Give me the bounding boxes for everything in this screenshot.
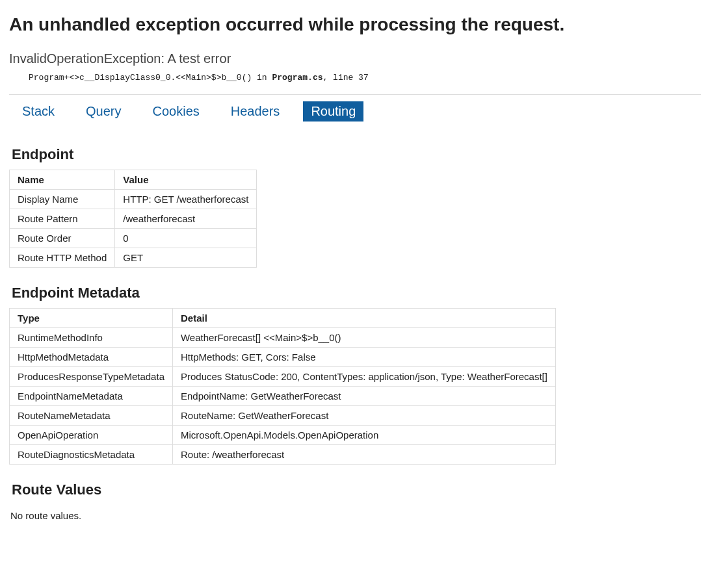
metadata-type: ProducesResponseTypeMetadata xyxy=(10,367,173,387)
metadata-type: RouteNameMetadata xyxy=(10,406,173,426)
table-row: Display Name HTTP: GET /weatherforecast xyxy=(10,190,257,209)
table-row: HttpMethodMetadata HttpMethods: GET, Cor… xyxy=(10,348,556,367)
metadata-detail: Microsoft.OpenApi.Models.OpenApiOperatio… xyxy=(172,426,555,445)
route-values-heading: Route Values xyxy=(12,481,701,498)
table-row: OpenApiOperation Microsoft.OpenApi.Model… xyxy=(10,426,556,445)
tab-headers[interactable]: Headers xyxy=(223,101,288,121)
endpoint-header-value: Value xyxy=(115,170,257,190)
metadata-detail: RouteName: GetWeatherForecast xyxy=(172,406,555,426)
endpoint-name: Route HTTP Method xyxy=(10,248,115,268)
endpoint-value: /weatherforecast xyxy=(115,209,257,229)
stack-frame-file: Program.cs xyxy=(272,73,322,83)
tabs: Stack Query Cookies Headers Routing xyxy=(9,95,701,129)
endpoint-header-name: Name xyxy=(10,170,115,190)
metadata-heading: Endpoint Metadata xyxy=(12,285,701,301)
tab-query[interactable]: Query xyxy=(78,101,129,121)
endpoint-value: HTTP: GET /weatherforecast xyxy=(115,190,257,209)
metadata-type: RouteDiagnosticsMetadata xyxy=(10,445,173,465)
table-row: RuntimeMethodInfo WeatherForecast[] <<Ma… xyxy=(10,328,556,348)
metadata-type: OpenApiOperation xyxy=(10,426,173,445)
metadata-detail: EndpointName: GetWeatherForecast xyxy=(172,387,555,406)
table-row: RouteNameMetadata RouteName: GetWeatherF… xyxy=(10,406,556,426)
metadata-detail: WeatherForecast[] <<Main>$>b__0() xyxy=(172,328,555,348)
endpoint-name: Route Pattern xyxy=(10,209,115,229)
table-row: ProducesResponseTypeMetadata Produces St… xyxy=(10,367,556,387)
endpoint-heading: Endpoint xyxy=(12,146,701,163)
metadata-table: Type Detail RuntimeMethodInfo WeatherFor… xyxy=(9,308,556,465)
exception-message: InvalidOperationException: A test error xyxy=(9,51,701,66)
metadata-header-type: Type xyxy=(10,309,173,328)
tab-routing[interactable]: Routing xyxy=(303,101,363,121)
table-row: Route HTTP Method GET xyxy=(10,248,257,268)
endpoint-name: Display Name xyxy=(10,190,115,209)
metadata-detail: Route: /weatherforecast xyxy=(172,445,555,465)
stack-frame-prefix: Program+<>c__DisplayClass0_0.<<Main>$>b_… xyxy=(29,73,272,83)
stack-frame: Program+<>c__DisplayClass0_0.<<Main>$>b_… xyxy=(29,73,701,83)
endpoint-value: 0 xyxy=(115,229,257,248)
table-header-row: Name Value xyxy=(10,170,257,190)
tab-stack[interactable]: Stack xyxy=(14,101,62,121)
endpoint-table: Name Value Display Name HTTP: GET /weath… xyxy=(9,170,257,268)
tab-cookies[interactable]: Cookies xyxy=(145,101,207,121)
metadata-detail: Produces StatusCode: 200, ContentTypes: … xyxy=(172,367,555,387)
table-row: Route Pattern /weatherforecast xyxy=(10,209,257,229)
table-row: EndpointNameMetadata EndpointName: GetWe… xyxy=(10,387,556,406)
metadata-type: RuntimeMethodInfo xyxy=(10,328,173,348)
endpoint-value: GET xyxy=(115,248,257,268)
metadata-detail: HttpMethods: GET, Cors: False xyxy=(172,348,555,367)
no-route-values: No route values. xyxy=(10,510,701,521)
metadata-header-detail: Detail xyxy=(172,309,555,328)
table-row: Route Order 0 xyxy=(10,229,257,248)
stack-frame-suffix: , line 37 xyxy=(322,73,368,83)
table-row: RouteDiagnosticsMetadata Route: /weather… xyxy=(10,445,556,465)
endpoint-name: Route Order xyxy=(10,229,115,248)
metadata-type: EndpointNameMetadata xyxy=(10,387,173,406)
table-header-row: Type Detail xyxy=(10,309,556,328)
page-title: An unhandled exception occurred while pr… xyxy=(9,13,701,36)
metadata-type: HttpMethodMetadata xyxy=(10,348,173,367)
